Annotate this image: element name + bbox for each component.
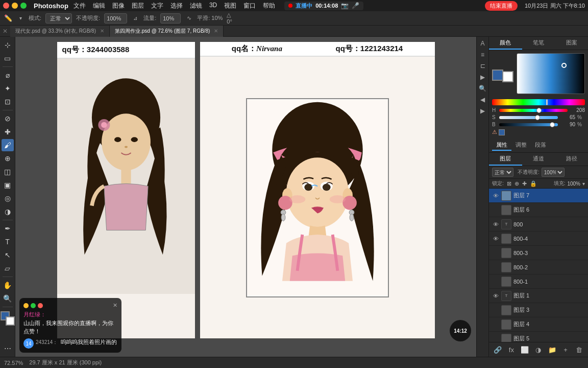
layer-eye-icon[interactable] <box>492 335 499 342</box>
fill-arrow[interactable]: ▾ <box>582 181 585 187</box>
b-bar[interactable] <box>499 123 558 126</box>
foreground-color[interactable] <box>492 70 503 81</box>
mic-icon[interactable]: 🎤 <box>352 2 359 9</box>
layer-eye-icon[interactable] <box>492 264 499 271</box>
history-icon[interactable]: ⊏ <box>478 61 487 71</box>
angle-icon[interactable]: △ 0° <box>227 14 235 22</box>
maximize-button[interactable] <box>20 3 27 9</box>
lock-image-icon[interactable]: ⊕ <box>514 180 519 187</box>
dodge-tool[interactable]: ◑ <box>2 205 14 218</box>
new-group-button[interactable]: 📁 <box>547 344 557 355</box>
eraser-tool[interactable]: ◫ <box>2 166 14 178</box>
layer-item[interactable]: 图层 4 <box>489 317 588 332</box>
close-button[interactable] <box>3 3 9 9</box>
background-color[interactable] <box>502 71 513 82</box>
menu-help[interactable]: 帮助 <box>263 2 275 10</box>
tab-2[interactable]: 第四周作业.psd @ 72.6% (图层 7, RGB/8) ✕ <box>110 26 224 37</box>
opacity-input[interactable] <box>104 13 127 24</box>
brush-tool-icon[interactable]: ✏️ <box>4 14 12 22</box>
zoom-tool[interactable]: 🔍 <box>2 292 14 305</box>
move-tool[interactable]: ⊹ <box>2 39 14 51</box>
menu-view[interactable]: 视图 <box>224 2 236 10</box>
channels-icon[interactable]: ≡ <box>478 50 487 59</box>
layer-eye-icon[interactable] <box>492 249 499 257</box>
adjustments-tab[interactable]: 调整 <box>511 140 531 151</box>
marquee-tool[interactable]: ▭ <box>2 52 14 64</box>
properties-tab[interactable]: 属性 <box>492 140 511 151</box>
lock-position-icon[interactable]: ✚ <box>522 180 527 187</box>
menu-layer[interactable]: 图层 <box>132 2 144 10</box>
layer-eye-icon[interactable]: 👁 <box>492 292 499 300</box>
new-layer-button[interactable]: + <box>560 344 571 355</box>
add-mask-button[interactable]: ⬜ <box>520 344 530 355</box>
layer-item[interactable]: 800-2 <box>489 260 588 274</box>
menu-edit[interactable]: 编辑 <box>93 2 105 10</box>
extras-tool[interactable]: ⋯ <box>2 342 14 355</box>
properties-icon[interactable]: A <box>478 39 487 48</box>
layer-eye-icon[interactable] <box>492 206 499 214</box>
lasso-tool[interactable]: ⌀ <box>2 69 14 81</box>
layer-item[interactable]: 800-1 <box>489 274 588 289</box>
fg-bg-colors[interactable] <box>1 311 15 326</box>
menu-3d[interactable]: 3D <box>209 2 217 10</box>
color-spectrum[interactable] <box>517 53 585 94</box>
search-panel-icon[interactable]: 🔍 <box>478 84 487 93</box>
link-layers-button[interactable]: 🔗 <box>493 344 503 355</box>
end-live-button[interactable]: 结束直播 <box>485 1 518 11</box>
menu-select[interactable]: 选择 <box>170 2 183 10</box>
menu-file[interactable]: 文件 <box>74 2 86 10</box>
tab-1[interactable]: 现代女.psd @ 33.3% (衬衣, RGB/8) ✕ <box>10 26 110 37</box>
layer-eye-icon[interactable] <box>492 321 499 328</box>
menu-type[interactable]: 文字 <box>151 2 163 10</box>
expand-icon[interactable]: ▶ <box>478 106 487 116</box>
menu-window[interactable]: 窗口 <box>243 2 256 10</box>
minimize-button[interactable] <box>12 3 18 9</box>
stamp-tool[interactable]: ⊕ <box>2 152 14 165</box>
close-tab-icon[interactable]: ✕ <box>0 28 10 35</box>
collapse-icon[interactable]: ◀ <box>478 95 487 104</box>
delete-layer-button[interactable]: 🗑 <box>574 344 584 355</box>
hand-tool[interactable]: ✋ <box>2 279 14 291</box>
mode-select[interactable]: 正常 <box>45 13 72 24</box>
gradient-tool[interactable]: ▣ <box>2 179 14 191</box>
menu-image[interactable]: 图像 <box>112 2 125 10</box>
path-select-tool[interactable]: ↖ <box>2 249 14 261</box>
lock-all-icon[interactable]: 🔒 <box>530 180 537 187</box>
layer-item[interactable]: 图层 5 <box>489 332 588 342</box>
layer-eye-icon[interactable]: 👁 <box>492 235 499 242</box>
fx-button[interactable]: fx <box>506 344 517 355</box>
adjustment-button[interactable]: ◑ <box>533 344 544 355</box>
menu-filter[interactable]: 滤镜 <box>190 2 202 10</box>
layer-item[interactable]: 图层 6 <box>489 203 588 217</box>
layer-item[interactable]: 👁图层 7 <box>489 189 588 203</box>
camera-icon[interactable]: 📷 <box>341 2 349 9</box>
eyedropper-tool[interactable]: ⊘ <box>2 112 14 125</box>
layer-item[interactable]: 800-3 <box>489 246 588 260</box>
layer-item[interactable]: 👁T图层 1 <box>489 289 588 303</box>
brush-tab[interactable]: 笔笔 <box>522 37 555 50</box>
layer-eye-icon[interactable]: 👁 <box>492 192 499 199</box>
tab-1-close[interactable]: ✕ <box>100 28 104 34</box>
layer-item[interactable]: 👁800-4 <box>489 232 588 246</box>
lock-transparent-icon[interactable]: ⊠ <box>507 180 511 187</box>
blur-tool[interactable]: ◎ <box>2 192 14 204</box>
type-tool[interactable]: T <box>2 236 14 248</box>
layer-item[interactable]: 图层 3 <box>489 303 588 317</box>
crop-tool[interactable]: ⊡ <box>2 96 14 108</box>
pattern-tab[interactable]: 图案 <box>555 37 588 50</box>
hue-bar[interactable] <box>492 99 585 105</box>
s-bar[interactable] <box>499 116 558 119</box>
layer-blend-mode[interactable]: 正常 <box>492 168 513 177</box>
color-tab[interactable]: 颜色 <box>489 37 522 50</box>
brush-preset-icon[interactable]: ▾ <box>16 14 24 22</box>
h-bar[interactable] <box>499 109 568 112</box>
paragraph-tab[interactable]: 段落 <box>531 140 550 151</box>
layer-eye-icon[interactable]: 👁 <box>492 221 499 228</box>
flow-input[interactable] <box>160 13 181 24</box>
smoothing-icon[interactable]: ∿ <box>185 14 193 22</box>
layers-tab[interactable]: 图层 <box>489 153 522 166</box>
heal-tool[interactable]: ✚ <box>2 126 14 138</box>
layer-eye-icon[interactable] <box>492 307 499 314</box>
channels-tab[interactable]: 通道 <box>522 153 555 166</box>
brush-tool[interactable]: 🖌 <box>2 139 14 151</box>
